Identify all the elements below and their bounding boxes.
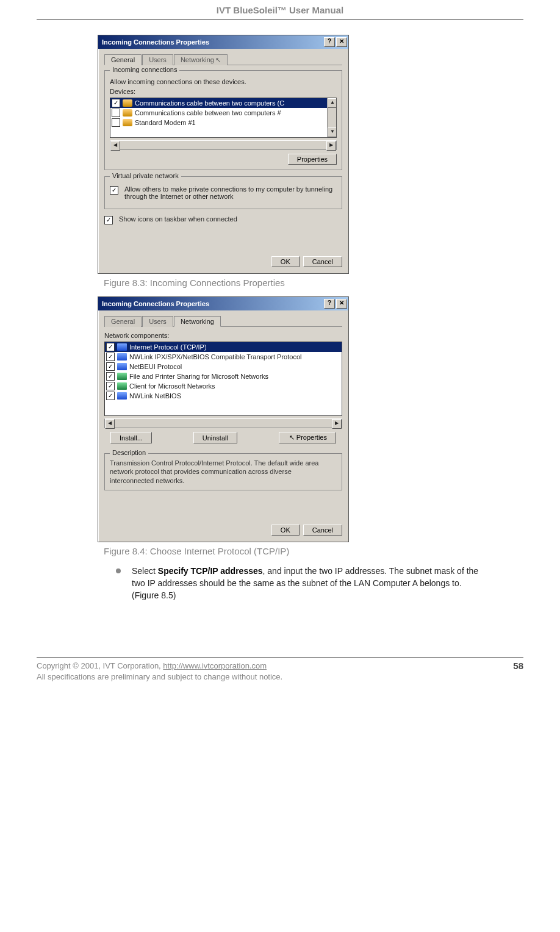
figure-caption-2: Figure 8.4: Choose Internet Protocol (TC… xyxy=(104,546,523,556)
page-header-title: IVT BlueSoleil™ User Manual xyxy=(37,0,523,19)
list-item[interactable]: Client for Microsoft Networks xyxy=(105,381,342,391)
component-label: Client for Microsoft Networks xyxy=(129,382,215,390)
scroll-right-icon[interactable]: ▶ xyxy=(332,419,342,429)
close-button[interactable]: ✕ xyxy=(336,299,347,309)
horizontal-scrollbar[interactable]: ◀ ▶ xyxy=(104,418,342,428)
tab-networking-label: Networking xyxy=(181,56,214,63)
close-button[interactable]: ✕ xyxy=(336,37,347,47)
list-item[interactable]: Internet Protocol (TCP/IP) xyxy=(105,342,342,352)
checkbox-icon[interactable] xyxy=(106,343,115,351)
service-icon xyxy=(117,373,127,380)
dialog-title: Incoming Connections Properties xyxy=(102,300,209,307)
copyright-text: Copyright © 2001, IVT Corporation, xyxy=(37,661,163,670)
components-listbox[interactable]: Internet Protocol (TCP/IP) NWLink IPX/SP… xyxy=(104,342,342,416)
tab-networking[interactable]: Networking xyxy=(174,316,221,327)
scroll-right-icon[interactable]: ▶ xyxy=(326,141,336,151)
checkbox-icon[interactable] xyxy=(112,99,120,107)
modem-icon xyxy=(123,119,132,126)
device-label: Communications cable between two compute… xyxy=(135,99,284,107)
properties-button[interactable]: ↖ Properties xyxy=(279,432,336,443)
header-rule xyxy=(37,19,523,20)
group-vpn: Virtual private network Allow others to … xyxy=(104,176,342,209)
horizontal-scrollbar[interactable]: ◀ ▶ xyxy=(110,140,337,150)
help-button[interactable]: ? xyxy=(324,299,335,309)
list-item[interactable]: NWLink IPX/SPX/NetBIOS Compatible Transp… xyxy=(105,352,342,362)
instruction-bold: Specify TCP/IP addresses xyxy=(158,566,263,576)
component-label: Internet Protocol (TCP/IP) xyxy=(129,343,207,351)
modem-icon xyxy=(123,109,132,116)
checkbox-icon[interactable] xyxy=(106,372,115,381)
component-label: NetBEUI Protocol xyxy=(129,363,182,370)
ok-button[interactable]: OK xyxy=(271,256,300,267)
dialog-incoming-conn-general: Incoming Connections Properties ? ✕ Gene… xyxy=(98,35,349,274)
service-icon xyxy=(117,382,127,390)
instruction-bullet: Select Specify TCP/IP addresses, and inp… xyxy=(116,565,481,602)
tab-general[interactable]: General xyxy=(104,316,142,327)
footer-rule xyxy=(37,657,523,658)
group-incoming-connections: Incoming connections Allow incoming conn… xyxy=(104,70,342,170)
checkbox-icon[interactable] xyxy=(112,118,120,127)
checkbox-icon[interactable] xyxy=(106,353,115,361)
disclaimer-text: All specifications are preliminary and s… xyxy=(37,672,282,681)
figure-caption-1: Figure 8.3: Incoming Connections Propert… xyxy=(104,278,523,288)
list-item[interactable]: NetBEUI Protocol xyxy=(105,362,342,371)
help-button[interactable]: ? xyxy=(324,37,335,47)
list-item[interactable]: Communications cable between two compute… xyxy=(110,108,336,118)
cancel-button[interactable]: Cancel xyxy=(303,256,342,267)
show-icons-checkbox[interactable] xyxy=(104,216,113,224)
tab-general[interactable]: General xyxy=(104,54,142,65)
checkbox-icon[interactable] xyxy=(106,392,115,400)
component-label: File and Printer Sharing for Microsoft N… xyxy=(129,373,268,380)
instruction-prefix: Select xyxy=(132,566,158,576)
vertical-scrollbar[interactable]: ▲ ▼ xyxy=(327,98,336,137)
ok-button[interactable]: OK xyxy=(271,525,300,536)
protocol-icon xyxy=(117,392,127,400)
scroll-left-icon[interactable]: ◀ xyxy=(110,141,120,151)
properties-label: Properties xyxy=(296,434,327,441)
group-legend: Virtual private network xyxy=(110,172,181,179)
protocol-icon xyxy=(117,343,127,351)
uninstall-button[interactable]: Uninstall xyxy=(193,432,237,443)
install-button[interactable]: Install... xyxy=(110,432,152,443)
checkbox-icon[interactable] xyxy=(112,109,120,117)
tabstrip: General Users Networking↖ xyxy=(104,54,342,65)
components-label: Network components: xyxy=(104,332,342,339)
vpn-text: Allow others to make private connections… xyxy=(124,185,337,200)
tab-users[interactable]: Users xyxy=(142,54,173,65)
component-label: NWLink IPX/SPX/NetBIOS Compatible Transp… xyxy=(129,353,301,360)
devices-listbox[interactable]: Communications cable between two compute… xyxy=(110,98,337,138)
list-item[interactable]: Communications cable between two compute… xyxy=(110,98,336,108)
instruction-text: Select Specify TCP/IP addresses, and inp… xyxy=(132,565,481,602)
bullet-icon xyxy=(116,568,121,573)
dialog-title: Incoming Connections Properties xyxy=(102,38,209,46)
group-legend: Description xyxy=(110,449,148,456)
description-text: Transmission Control Protocol/Internet P… xyxy=(110,459,337,485)
component-label: NWLink NetBIOS xyxy=(129,392,181,400)
scroll-down-icon[interactable]: ▼ xyxy=(328,127,337,137)
list-item[interactable]: Standard Modem #1 xyxy=(110,118,336,127)
list-item[interactable]: NWLink NetBIOS xyxy=(105,391,342,401)
tab-networking[interactable]: Networking↖ xyxy=(174,54,228,65)
tab-users[interactable]: Users xyxy=(142,316,173,327)
cancel-button[interactable]: Cancel xyxy=(303,525,342,536)
checkbox-icon[interactable] xyxy=(106,382,115,390)
titlebar: Incoming Connections Properties ? ✕ xyxy=(98,297,348,310)
scroll-up-icon[interactable]: ▲ xyxy=(328,98,337,108)
devices-label: Devices: xyxy=(110,88,337,95)
properties-button[interactable]: Properties xyxy=(288,154,337,165)
protocol-icon xyxy=(117,363,127,370)
vpn-checkbox[interactable] xyxy=(110,186,118,195)
show-icons-label: Show icons on taskbar when connected xyxy=(119,215,237,223)
footer-link[interactable]: http://www.ivtcorporation.com xyxy=(163,661,267,670)
intro-text: Allow incoming connections on these devi… xyxy=(110,78,337,85)
list-item[interactable]: File and Printer Sharing for Microsoft N… xyxy=(105,371,342,381)
tabstrip: General Users Networking xyxy=(104,315,342,327)
scroll-left-icon[interactable]: ◀ xyxy=(105,419,115,429)
group-description: Description Transmission Control Protoco… xyxy=(104,453,342,490)
modem-icon xyxy=(123,99,132,107)
protocol-icon xyxy=(117,353,127,360)
device-label: Standard Modem #1 xyxy=(135,119,196,126)
cursor-icon: ↖ xyxy=(215,56,221,64)
footer-text: Copyright © 2001, IVT Corporation, http:… xyxy=(37,661,282,683)
checkbox-icon[interactable] xyxy=(106,362,115,371)
